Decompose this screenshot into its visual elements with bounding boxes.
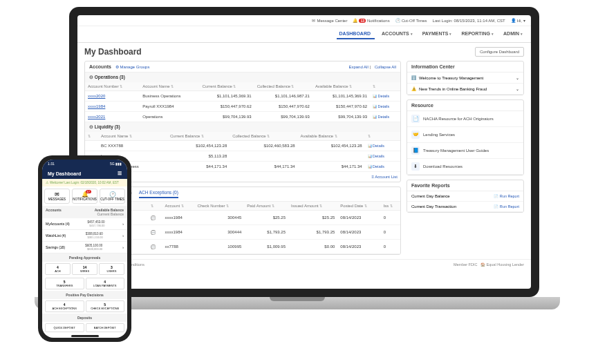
info-fraud[interactable]: ⚠️New Trends in Online Banking Fraud⌄ — [407, 84, 523, 95]
table-row: xxxx2020Business Operations$1,101,145,36… — [85, 91, 400, 102]
accounts-title: Accounts — [89, 64, 111, 69]
nav-admin[interactable]: ADMIN — [501, 29, 525, 39]
info-welcome[interactable]: ℹ️Welcome to Treasury Management⌄ — [407, 73, 523, 84]
info-title: Information Center — [407, 61, 523, 73]
info-icon: ℹ️ — [411, 76, 416, 80]
exceptions-panel: Check Exceptions (4) ACH Exceptions (0) … — [84, 186, 401, 255]
phone-account-row[interactable]: Savings (18)$605,100.00$600,000.00› — [42, 242, 127, 253]
nav-reporting[interactable]: REPORTING — [458, 29, 496, 39]
phone-notifications-button[interactable]: 🔔17NOTIFICATIONS — [72, 189, 97, 204]
phone-batch-deposit[interactable]: BATCH DEPOSIT — [86, 323, 125, 332]
account-link[interactable]: xxxx2020 — [88, 94, 105, 98]
doc-icon: 📄 — [411, 115, 420, 123]
phone-last-login: ⚠ Welcome! Last Login: 02/18/2020, 10:02… — [42, 179, 127, 186]
details-link[interactable]: Details — [365, 151, 400, 162]
details-link[interactable]: Details — [365, 141, 400, 151]
chevron-right-icon: › — [122, 245, 124, 249]
info-center-panel: Information Center ℹ️Welcome to Treasury… — [407, 61, 524, 95]
exception-row: Select a Reason💬xx7788100995$1,009.95$0.… — [85, 240, 400, 254]
phone-stat-cell[interactable]: 3USERS — [99, 263, 124, 275]
footer: ociates, Inc. | Terms and Conditions Mem… — [77, 259, 531, 269]
tab-ach-exceptions[interactable]: ACH Exceptions (0) — [139, 190, 178, 198]
phone-messages-button[interactable]: ✉MESSAGES — [44, 189, 70, 204]
phone-stat-cell[interactable]: 5CHECK EXCEPTIONS — [86, 300, 125, 312]
warning-icon: ⚠️ — [411, 87, 416, 91]
phone-accounts-header: Accounts — [46, 208, 62, 216]
table-row: xxxx2021Operations$99,704,139.93$99,704,… — [85, 112, 400, 122]
comment-icon[interactable]: 💬 — [148, 240, 162, 254]
comment-icon[interactable]: 💬 — [148, 225, 162, 240]
configure-button[interactable]: Configure Dashboard — [475, 47, 524, 57]
phone-frame: 1:315G ▮▮▮ My Dashboard☰ ⚠ Welcome! Last… — [38, 155, 131, 342]
phone-stat-cell[interactable]: 4LOAN PAYMENTS — [86, 278, 125, 289]
phone-stat-cell[interactable]: 5TRANSFERS — [45, 278, 84, 289]
menu-icon[interactable]: ☰ — [118, 171, 122, 176]
user-menu[interactable]: 👤 Hi, ▾ — [511, 18, 525, 23]
resource-guides[interactable]: 📘Treasury Management User Guides — [407, 143, 523, 159]
phone-signal: 5G ▮▮▮ — [110, 162, 122, 166]
notifications-link[interactable]: 🔔13 Notifications — [353, 18, 389, 23]
chevron-right-icon: › — [122, 222, 124, 226]
details-link[interactable]: Details — [370, 91, 400, 102]
chevron-right-icon: › — [122, 233, 124, 238]
laptop-screen: ✉ Message Center 🔔13 Notifications 🕐 Cut… — [69, 7, 539, 297]
last-login: Last Login: 08/15/2023, 11:14 AM, CST — [433, 19, 505, 23]
run-report-link[interactable]: 📄 Run Report — [494, 204, 519, 209]
manage-groups-link[interactable]: ⚙ Manage Groups — [115, 65, 150, 69]
phone-cutoff-button[interactable]: 🕐CUT-OFF TIMES — [100, 189, 125, 204]
phone-account-row[interactable]: WatchList (4)$308,810.60$301,110.00› — [42, 230, 127, 242]
page-header: My Dashboard Configure Dashboard — [77, 43, 531, 61]
run-report-link[interactable]: 📄 Run Report — [494, 194, 519, 198]
phone-deposits-header: Deposits — [77, 316, 92, 320]
details-link[interactable]: Details — [370, 102, 400, 112]
group-operations[interactable]: Operations (3) — [85, 73, 400, 82]
expand-all-link[interactable]: Expand All — [348, 65, 368, 69]
phone-quick-deposit[interactable]: QUICK DEPOSIT — [45, 323, 84, 332]
phone-pending-header: Pending Approvals — [69, 256, 100, 260]
collapse-all-link[interactable]: Collapse All — [375, 65, 396, 69]
book-icon: 📘 — [411, 146, 420, 155]
phone-stat-cell[interactable]: 4ACH EXCEPTIONS — [45, 300, 84, 312]
nav-dashboard[interactable]: DASHBOARD — [337, 29, 375, 39]
table-row: xxxx1984Payroll XXX1984$150,447,970.62$1… — [85, 102, 400, 112]
resource-download[interactable]: ⬇Download Resources — [407, 159, 523, 175]
account-link[interactable]: xxxx2021 — [88, 115, 105, 119]
resource-panel: Resource 📄NACHA Resource for ACH Origina… — [407, 99, 524, 175]
app-window: ✉ Message Center 🔔13 Notifications 🕐 Cut… — [77, 15, 531, 289]
resource-lending[interactable]: 🤝Lending Services — [407, 127, 523, 143]
phone-screen: 1:315G ▮▮▮ My Dashboard☰ ⚠ Welcome! Last… — [42, 160, 127, 338]
bell-icon: 🔔 — [73, 191, 97, 198]
table-row: Secondary Business$44,171.34$44,171.34$4… — [85, 162, 400, 172]
table-row: Loan$5,113.28Details — [85, 151, 400, 162]
comment-icon[interactable]: 💬 — [148, 211, 162, 225]
details-link[interactable]: Details — [365, 162, 400, 172]
report-day-transaction: Current Day Transaction📄 Run Report — [407, 202, 523, 212]
details-link[interactable]: Details — [370, 112, 400, 122]
group-liquidity[interactable]: Liquidity (3) — [85, 122, 400, 132]
page-title: My Dashboard — [84, 47, 142, 57]
phone-stat-cell[interactable]: 14WIRES — [72, 263, 97, 275]
resource-nacha[interactable]: 📄NACHA Resource for ACH Originators — [407, 111, 523, 127]
message-center-link[interactable]: ✉ Message Center — [312, 18, 347, 23]
phone-account-row[interactable]: MyAccounts (4)$457,453.00$457,736.00› — [42, 218, 127, 230]
lending-icon: 🤝 — [411, 131, 420, 139]
main-nav: DASHBOARD ACCOUNTS PAYMENTS REPORTING AD… — [77, 26, 531, 43]
nav-accounts[interactable]: ACCOUNTS — [379, 29, 415, 39]
account-link[interactable]: xxxx1984 — [88, 104, 105, 108]
accounts-panel: Accounts ⚙ Manage Groups Expand All | Co… — [84, 61, 401, 182]
download-icon: ⬇ — [411, 162, 420, 171]
exception-row: Select a Reason💬xxxx1984300445$25.25$25.… — [85, 211, 400, 225]
home-indicator — [71, 335, 99, 337]
phone-stat-cell[interactable]: 4ACH — [45, 263, 71, 275]
nav-payments[interactable]: PAYMENTS — [420, 29, 455, 39]
account-list-link[interactable]: ≡ Account List — [85, 172, 400, 182]
liquidity-table: Account NameCurrent BalanceCollected Bal… — [85, 132, 400, 172]
reports-panel: Favorite Reports Current Day Balance📄 Ru… — [407, 180, 524, 213]
phone-title: My Dashboard — [48, 171, 81, 176]
clock-icon: 🕐 — [100, 191, 124, 198]
laptop-frame: ✉ Message Center 🔔13 Notifications 🕐 Cut… — [62, 7, 546, 338]
topbar: ✉ Message Center 🔔13 Notifications 🕐 Cut… — [77, 15, 531, 26]
exceptions-table: Return ReasonsAccountCheck NumberPaid Am… — [85, 202, 400, 254]
cutoff-link[interactable]: 🕐 Cut-Off Times — [395, 18, 427, 23]
notif-badge: 13 — [359, 19, 366, 23]
